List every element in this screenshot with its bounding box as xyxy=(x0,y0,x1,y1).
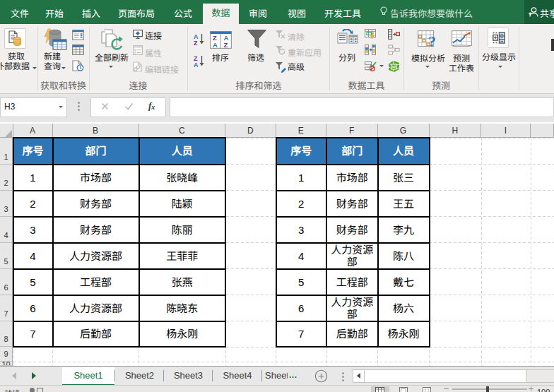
svg-text:Z: Z xyxy=(224,41,228,49)
svg-text:A: A xyxy=(194,61,199,68)
svg-text:?: ? xyxy=(428,32,436,47)
svg-text:Z: Z xyxy=(194,40,198,46)
svg-text:A: A xyxy=(213,41,218,49)
